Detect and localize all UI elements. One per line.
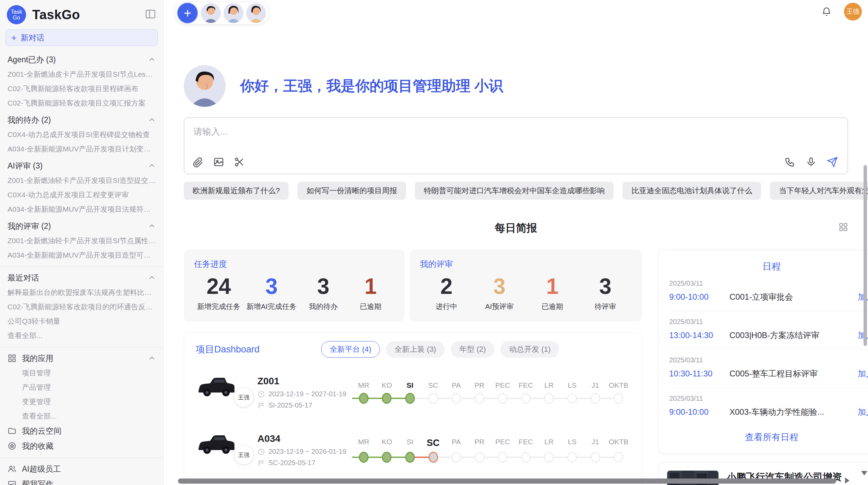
dashboard-tab[interactable]: 年型 (2) <box>451 341 494 358</box>
add-member-button[interactable]: + <box>177 2 198 24</box>
sidebar-task-item[interactable]: C0X4-动力总成开发项目SI里程碑提交物检查 <box>8 127 156 142</box>
suggestion-chip[interactable]: 当下年轻人对汽车外观有怎样的喜好趋势 <box>770 182 868 200</box>
chevron-up-icon[interactable] <box>148 116 156 124</box>
collapse-sidebar-icon[interactable] <box>145 8 156 20</box>
milestone-segment <box>554 398 560 399</box>
milestone-node[interactable] <box>475 393 484 404</box>
app-menu-item[interactable]: 项目管理 <box>8 366 156 380</box>
sidebar-task-item[interactable]: C02-飞腾新能源轻客改款项目里程碑画布 <box>8 82 156 96</box>
greeting-text: 你好，王强，我是你的项目管理助理 小识 <box>240 76 503 96</box>
scroll-right-arrow[interactable] <box>845 477 849 484</box>
suggestion-chip[interactable]: 特朗普可能对进口汽车增税会对中国车企造成哪些影响 <box>415 182 614 200</box>
member-avatar[interactable] <box>201 3 221 23</box>
suggestion-chip[interactable]: 比亚迪全固态电池计划具体说了什么 <box>623 182 761 200</box>
milestone-node[interactable] <box>382 452 391 463</box>
milestone-node[interactable] <box>567 452 577 463</box>
sidebar-tool-帮我写作[interactable]: 帮我写作 <box>8 476 156 485</box>
schedule-time: 10:30-11:30 <box>669 369 730 378</box>
chevron-up-icon[interactable] <box>148 162 156 170</box>
sidebar-sections: Agent已办 (3)Z001-全新燃油皮卡产品开发项目SI节点Lesson L… <box>0 48 163 485</box>
dashboard-tab[interactable]: 动总开发 (1) <box>501 341 559 358</box>
image-icon[interactable] <box>213 157 224 167</box>
stat-item: 3待评审 <box>585 273 626 311</box>
dashboard-tab[interactable]: 全新上装 (3) <box>386 341 445 358</box>
milestone-cell <box>422 393 445 404</box>
suggestion-chip[interactable]: 如何写一份清晰的项目周报 <box>298 182 406 200</box>
stat-label: 新增AI完成任务 <box>246 302 297 311</box>
milestone-node[interactable] <box>475 452 484 463</box>
suggestion-chip[interactable]: 欧洲新规最近颁布了什么? <box>184 182 289 200</box>
milestone-segment <box>461 457 468 458</box>
horizontal-scrollbar[interactable] <box>178 478 836 484</box>
milestone-node[interactable] <box>544 452 554 463</box>
chevron-up-icon[interactable] <box>148 355 156 362</box>
sidebar-link-我的云空间[interactable]: 我的云空间 <box>8 423 156 438</box>
view-all-apps-link[interactable]: 查看全部... <box>8 409 156 423</box>
milestone-segment <box>514 398 521 399</box>
sidebar-task-item[interactable]: C02-飞腾新能源轻客改款项目立项汇报方案 <box>8 96 156 110</box>
sidebar-task-item[interactable]: Z001-全新燃油轻卡产品开发项目SI节点属性5D文件评审 <box>8 234 156 248</box>
member-avatar[interactable] <box>246 3 266 23</box>
milestone-node[interactable] <box>359 393 369 404</box>
milestone-node[interactable] <box>429 393 438 404</box>
milestone-node[interactable] <box>405 452 415 463</box>
milestone-label: J1 <box>584 438 607 448</box>
phone-icon[interactable] <box>784 157 795 167</box>
milestone-node[interactable] <box>451 393 461 404</box>
milestone-node[interactable] <box>614 452 623 463</box>
sidebar-link-我的收藏[interactable]: 我的收藏 <box>8 438 156 453</box>
attachment-icon[interactable] <box>193 157 204 167</box>
milestone-node[interactable] <box>591 452 600 463</box>
sidebar-tool-AI超级员工[interactable]: AI超级员工 <box>8 461 156 476</box>
notification-bell-icon[interactable] <box>821 7 832 17</box>
join-meeting-link[interactable]: 加入 <box>858 368 868 379</box>
view-all-schedule-link[interactable]: 查看所有日程 <box>669 426 868 447</box>
join-meeting-link[interactable]: 加入 <box>858 407 868 418</box>
view-all-chats-link[interactable]: 查看全部... <box>8 328 156 343</box>
scroll-down-arrow[interactable] <box>861 471 867 475</box>
milestone-node[interactable] <box>614 393 623 404</box>
chevron-up-icon[interactable] <box>148 274 156 282</box>
sidebar-task-item[interactable]: Z001-全新燃油轻卡产品开发项目SI造型提交物评审 <box>8 173 156 188</box>
recent-chat-item[interactable]: 公司Q3轻卡销量 <box>8 314 156 328</box>
scissors-icon[interactable] <box>234 157 245 167</box>
chat-input-box[interactable] <box>184 117 848 174</box>
milestone-node[interactable] <box>382 393 391 404</box>
milestone-segment <box>445 457 451 458</box>
app-menu-item[interactable]: 产品管理 <box>8 380 156 395</box>
send-icon[interactable] <box>827 157 838 167</box>
recent-chat-item[interactable]: C02-飞腾新能源轻客改款项目的闭环通告反馈情况 <box>8 300 156 314</box>
member-avatar[interactable] <box>224 3 243 23</box>
sidebar-task-item[interactable]: Z001-全新燃油皮卡产品开发项目SI节点Lesson Learn报告 <box>8 67 156 82</box>
sidebar-task-item[interactable]: A034-全新新能源MUV产品开发项目法规符合性评审 <box>8 202 156 216</box>
microphone-icon[interactable] <box>806 157 817 167</box>
milestone-node[interactable] <box>521 452 531 463</box>
dashboard-tab[interactable]: 全新平台 (4) <box>321 341 380 358</box>
stat-label: 我的待办 <box>303 302 344 311</box>
milestone-node[interactable] <box>498 452 507 463</box>
chevron-up-icon[interactable] <box>148 222 156 230</box>
milestone-node[interactable] <box>544 393 554 404</box>
sidebar-task-item[interactable]: A034-全新新能源MUV产品开发项目造型可行性评审 <box>8 248 156 262</box>
sidebar-task-item[interactable]: C0X4-动力总成开发项目工程变更评审 <box>8 188 156 202</box>
milestone-node[interactable] <box>451 452 461 463</box>
recent-chat-item[interactable]: 解释最新出台的欧盟报废车法规再生塑料比例被调至15%... <box>8 285 156 300</box>
milestone-node[interactable] <box>521 393 531 404</box>
schedule-time: 13:00-14:30 <box>669 331 730 340</box>
chevron-up-icon[interactable] <box>148 56 156 63</box>
new-chat-button[interactable]: + 新对话 <box>5 29 158 46</box>
app-menu-item[interactable]: 变更管理 <box>8 395 156 409</box>
chat-input[interactable] <box>193 126 839 137</box>
milestone-node[interactable] <box>498 393 507 404</box>
milestone-node[interactable] <box>405 393 415 404</box>
milestone-node[interactable] <box>429 452 438 463</box>
sidebar-task-item[interactable]: A034-全新新能源MUV产品开发项目计划变更表编写 <box>8 142 156 156</box>
vertical-scrollbar[interactable] <box>864 165 867 346</box>
my-apps-header[interactable]: 我的应用 <box>8 351 156 366</box>
user-avatar[interactable]: 王强 <box>844 3 862 21</box>
milestone-node[interactable] <box>567 393 577 404</box>
layout-grid-icon[interactable] <box>839 222 848 232</box>
milestone-node[interactable] <box>359 452 369 463</box>
briefing-title: 每日简报 <box>495 222 537 234</box>
milestone-node[interactable] <box>591 393 600 404</box>
